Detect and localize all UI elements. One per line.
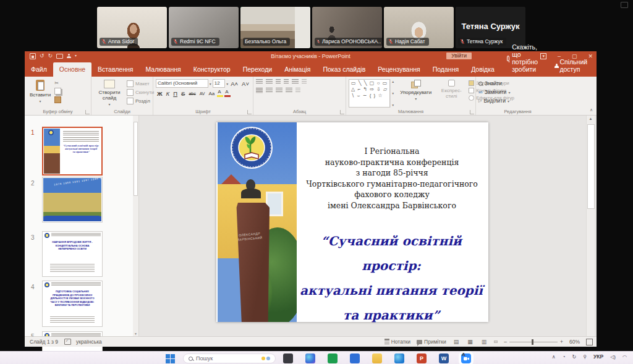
arrange-button[interactable]: Упорядкувати ▾	[397, 79, 434, 108]
dialog-launcher-icon[interactable]	[340, 110, 344, 114]
presenter-icon[interactable]	[67, 54, 71, 58]
undo-icon[interactable]: ↺	[40, 53, 45, 59]
language-indicator[interactable]: українська	[76, 339, 102, 345]
redo-icon[interactable]: ↻	[48, 53, 53, 59]
cut-button[interactable]: ✂	[54, 80, 61, 86]
layout-button[interactable]: Макет	[127, 80, 154, 87]
align-right-button[interactable]	[276, 88, 283, 93]
tab-home[interactable]: Основне	[53, 62, 91, 77]
strikethrough-button[interactable]: S	[180, 90, 186, 97]
network-icon[interactable]: ◠	[622, 354, 627, 360]
share-button[interactable]: Спільний доступ	[547, 55, 597, 77]
thumbnail-scrollbar[interactable]: ▼	[133, 116, 139, 337]
thumbnail-scroll-thumb[interactable]	[134, 122, 138, 196]
align-center-button[interactable]	[266, 88, 273, 93]
video-tile-bezpalko[interactable]: Безпалько Ольга	[240, 7, 310, 48]
italic-button[interactable]: К	[165, 90, 171, 97]
video-tile-anna-sidor[interactable]: Anna Sidor	[97, 7, 167, 48]
qat-customize-icon[interactable]: ▾	[75, 53, 77, 59]
view-options-icon[interactable]	[621, 2, 628, 8]
text-direction-button[interactable]	[302, 79, 307, 85]
app-icon-zoom-active[interactable]	[461, 353, 471, 363]
fit-to-window-button[interactable]	[586, 339, 593, 345]
scroll-down-icon[interactable]: ▼	[134, 332, 138, 336]
paste-button[interactable]: Вставити ▾	[27, 79, 53, 108]
video-tile-larysa[interactable]: Лариса ОРОНОВСЬКА..	[312, 7, 382, 48]
app-icon-word[interactable]: W	[439, 353, 449, 363]
thumbnail-slide-1[interactable]: “Сучасний освітній простір: актуальні пи…	[42, 127, 103, 176]
volume-icon[interactable]: ◁)	[610, 354, 616, 360]
dialog-launcher-icon[interactable]	[470, 110, 474, 114]
replace-button[interactable]: abЗамінити▾	[478, 89, 557, 95]
thumbnail-slide-2[interactable]: 1978 1988 1991 1997 1998 2003	[42, 177, 103, 222]
tab-transitions[interactable]: Переходи	[237, 62, 279, 77]
thumbnail-slide-4[interactable]: ПІДГОТОВКА СОЦІАЛЬНИХ ПРАЦІВНИКІВ ДО ПРО…	[42, 281, 103, 327]
save-icon[interactable]	[30, 53, 36, 59]
app-icon-excel[interactable]	[328, 353, 338, 363]
shapes-gallery-scroll[interactable]: ▲ ▼ ▼	[390, 79, 395, 108]
slideshow-view-button[interactable]	[494, 341, 498, 343]
new-slide-button[interactable]: Створити слайд ▾	[94, 79, 125, 108]
quick-styles-button[interactable]: Експрес-стилі	[436, 79, 466, 108]
start-button[interactable]	[166, 354, 175, 363]
increase-indent-button[interactable]	[284, 79, 289, 85]
zoom-slider-thumb[interactable]	[532, 339, 533, 345]
notes-toggle[interactable]: Нотатки	[384, 339, 410, 345]
copy-button[interactable]	[54, 88, 61, 95]
scroll-up-icon[interactable]: ▲	[587, 117, 595, 121]
video-tile-redmi[interactable]: Redmi 9C NFC	[169, 7, 239, 48]
align-left-button[interactable]	[256, 88, 263, 93]
highlight-color-button[interactable]	[217, 91, 223, 97]
slide-area-scrollbar[interactable]: ▲	[586, 116, 595, 337]
section-button[interactable]: Розділ	[127, 98, 154, 104]
char-spacing-button[interactable]: AV	[198, 91, 206, 96]
slide-sorter-view-button[interactable]: ▦	[466, 338, 474, 345]
change-case-button[interactable]: Aa	[208, 91, 216, 96]
tell-me-box[interactable]: Скажіть, що потрібно зробити	[501, 40, 547, 77]
tab-design[interactable]: Конструктор	[187, 62, 237, 77]
columns-button[interactable]	[295, 88, 300, 93]
tab-file[interactable]: Файл	[25, 62, 53, 77]
tab-animations[interactable]: Анімація	[278, 62, 316, 77]
bold-button[interactable]: Ж	[156, 90, 164, 97]
decrease-indent-button[interactable]	[276, 79, 281, 85]
thumbnail-slide-3[interactable]: НАВЧАННЯ ВПРОДОВЖ ЖИТТЯ - КОНЦЕПТУАЛЬНА …	[42, 231, 103, 277]
taskbar-search[interactable]: Пошук	[183, 353, 276, 363]
zoom-out-button[interactable]: –	[504, 339, 507, 345]
sign-in-button[interactable]: Увійти	[446, 53, 472, 59]
tab-review[interactable]: Рецензування	[372, 62, 426, 77]
reading-view-button[interactable]: ▥	[480, 338, 488, 345]
spellcheck-icon[interactable]	[64, 339, 71, 345]
grow-font-button[interactable]: A˄	[229, 80, 239, 87]
comments-toggle[interactable]: Примітки	[417, 339, 446, 345]
shapes-gallery[interactable]: ▭ ╲ ╲ ▢ ○ ▭ △ ⌐ ↰ ⇨ ⇩ ▱ ∖ ⌣ ∼ { } ☆ ▲ ▼ …	[349, 79, 395, 108]
dialog-launcher-icon[interactable]	[247, 110, 252, 114]
font-name-select[interactable]: Calibri (Основний	[156, 79, 208, 88]
app-icon-powerpoint[interactable]: P	[417, 353, 427, 363]
shadow-button[interactable]: abc	[187, 91, 197, 96]
find-button[interactable]: Знайти	[478, 80, 557, 87]
keyboard-language[interactable]: УКР	[593, 353, 603, 360]
tray-expand-icon[interactable]: ∧	[552, 354, 556, 360]
app-icon-store[interactable]	[350, 353, 360, 363]
tab-view[interactable]: Подання	[427, 62, 465, 77]
app-icon-dark[interactable]	[283, 353, 293, 363]
format-painter-button[interactable]	[54, 96, 61, 103]
start-slideshow-icon[interactable]	[56, 54, 63, 59]
dialog-launcher-icon[interactable]	[85, 110, 90, 114]
select-button[interactable]: ▷Виділити▾	[478, 98, 557, 104]
zoom-percentage[interactable]: 60%	[569, 339, 580, 345]
scroll-thumb[interactable]	[587, 124, 595, 209]
video-tile-nadiia[interactable]: Надія Сабат	[384, 7, 454, 48]
zoom-in-button[interactable]: +	[560, 339, 563, 345]
tray-icon[interactable]: ◔	[563, 354, 566, 360]
tab-help[interactable]: Довідка	[465, 62, 501, 77]
zoom-slider[interactable]	[509, 342, 558, 342]
underline-button[interactable]: П	[172, 90, 179, 97]
bullets-button[interactable]	[256, 79, 263, 85]
app-icon-copilot[interactable]	[305, 353, 315, 363]
collapse-ribbon-button[interactable]: ∧	[590, 108, 593, 112]
tray-icon[interactable]: ⚲	[583, 354, 587, 360]
line-spacing-button[interactable]	[292, 79, 299, 85]
numbering-button[interactable]	[266, 79, 273, 85]
